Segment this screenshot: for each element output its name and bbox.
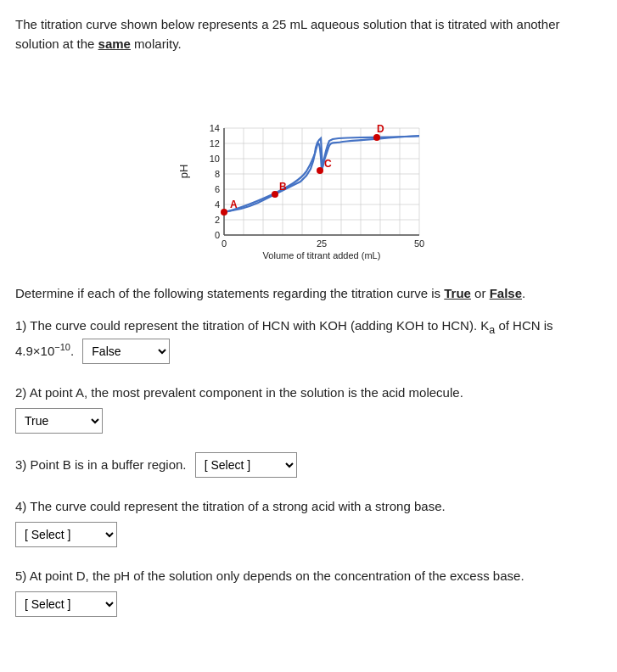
- true-word: True: [444, 286, 471, 300]
- point-D-label: D: [377, 123, 384, 135]
- svg-text:25: 25: [316, 238, 326, 249]
- svg-text:8: 8: [214, 169, 219, 179]
- q4-text: 4) The curve could represent the titrati…: [15, 499, 446, 513]
- svg-text:10: 10: [209, 154, 219, 164]
- question-1-block: 1) The curve could represent the titrati…: [15, 316, 602, 364]
- question-4-text: 4) The curve could represent the titrati…: [15, 496, 602, 517]
- question-2-text: 2) At point A, the most prevalent compon…: [15, 383, 602, 403]
- intro-text-part2: molarity.: [131, 36, 182, 51]
- intro-text-part1: The titration curve shown below represen…: [15, 17, 559, 51]
- x-tick-labels: 0 25 50: [221, 238, 423, 249]
- question-5-block: 5) At point D, the pH of the solution on…: [15, 566, 602, 617]
- svg-text:4: 4: [214, 199, 219, 210]
- determine-text-content: Determine if each of the following state…: [15, 286, 444, 300]
- question-3-text: 3) Point B is in a buffer region. [ Sele…: [15, 452, 602, 478]
- intro-bold-word: same: [98, 36, 131, 51]
- svg-text:0: 0: [214, 230, 219, 240]
- q2-text: 2) At point A, the most prevalent compon…: [15, 385, 463, 400]
- question-5-select[interactable]: [ Select ] True False: [15, 591, 117, 617]
- svg-text:6: 6: [214, 184, 219, 194]
- chart-svg: pH: [177, 65, 440, 269]
- y-axis-label: pH: [177, 165, 190, 179]
- period: .: [522, 286, 525, 300]
- question-2-select[interactable]: [ Select ] True False: [15, 408, 103, 434]
- titration-chart: pH: [177, 65, 440, 269]
- point-B-label: B: [279, 181, 287, 193]
- q1-subscript-a: a: [489, 324, 495, 336]
- q5-text: 5) At point D, the pH of the solution on…: [15, 568, 524, 583]
- svg-text:2: 2: [214, 215, 219, 225]
- false-word: False: [490, 286, 522, 300]
- svg-text:50: 50: [413, 238, 423, 249]
- point-A: [221, 209, 227, 216]
- point-C: [317, 167, 323, 174]
- point-D: [373, 134, 380, 141]
- svg-text:0: 0: [221, 238, 226, 249]
- q3-text: 3) Point B is in a buffer region.: [15, 457, 187, 472]
- chart-container: pH: [15, 65, 602, 269]
- question-5-text: 5) At point D, the pH of the solution on…: [15, 566, 602, 586]
- question-3-select[interactable]: [ Select ] True False: [195, 452, 297, 478]
- svg-text:14: 14: [209, 123, 219, 133]
- question-2-block: 2) At point A, the most prevalent compon…: [15, 383, 602, 434]
- question-4-block: 4) The curve could represent the titrati…: [15, 496, 602, 547]
- question-1-text: 1) The curve could represent the titrati…: [15, 316, 602, 364]
- y-tick-labels: 0 2 4 6 8 10 12 14: [209, 123, 219, 240]
- question-1-select[interactable]: [ Select ] True False: [82, 339, 170, 364]
- determine-text: Determine if each of the following state…: [15, 284, 602, 304]
- intro-paragraph: The titration curve shown below represen…: [15, 15, 602, 53]
- q1-superscript: −10: [54, 342, 70, 352]
- or-text: or: [471, 286, 490, 300]
- svg-text:12: 12: [209, 138, 219, 148]
- point-A-label: A: [230, 199, 238, 210]
- question-4-select[interactable]: [ Select ] True False: [15, 522, 117, 547]
- point-C-label: C: [324, 158, 332, 170]
- point-B: [272, 191, 278, 198]
- x-axis-label: Volume of titrant added (mL): [262, 250, 380, 260]
- question-3-block: 3) Point B is in a buffer region. [ Sele…: [15, 452, 602, 478]
